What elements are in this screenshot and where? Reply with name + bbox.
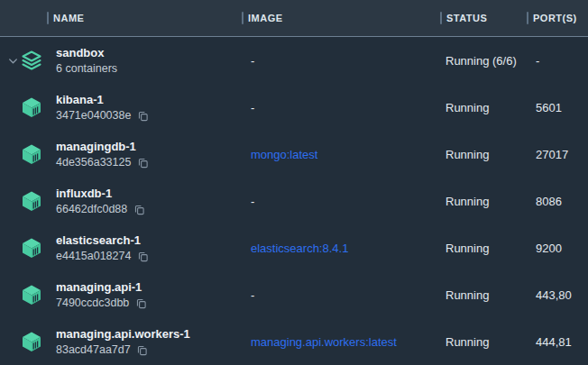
column-divider bbox=[527, 12, 528, 24]
image-cell: managing.api.workers:latest bbox=[240, 335, 438, 349]
containers-table: NAME IMAGE STATUS PORT(S) sandbox 6 cont… bbox=[0, 0, 588, 365]
column-header-name-label: NAME bbox=[53, 13, 84, 23]
image-cell: - bbox=[240, 101, 438, 114]
ports-cell: 444,81 bbox=[527, 335, 588, 349]
copy-icon[interactable] bbox=[136, 343, 149, 356]
image-empty-dash: - bbox=[251, 101, 254, 114]
column-header-status-label: STATUS bbox=[446, 13, 487, 23]
image-cell: - bbox=[240, 54, 438, 68]
status-cell: Running bbox=[438, 195, 527, 208]
status-text: Running bbox=[446, 242, 489, 255]
image-cell: - bbox=[240, 195, 438, 208]
status-text: Running (6/6) bbox=[446, 54, 517, 68]
ports-text: 444,81 bbox=[536, 335, 572, 349]
stack-name: sandbox bbox=[56, 45, 117, 61]
status-text: Running bbox=[446, 101, 489, 114]
expander-spacer bbox=[5, 287, 20, 302]
image-empty-dash: - bbox=[251, 54, 254, 68]
container-cube-icon bbox=[20, 283, 43, 306]
name-cell: sandbox 6 containers bbox=[0, 45, 240, 77]
image-cell: elasticsearch:8.4.1 bbox=[240, 242, 438, 255]
column-header-image-label: IMAGE bbox=[248, 13, 283, 23]
name-cell: kibana-1 3471e040038e bbox=[0, 92, 240, 123]
container-id: 66462dfc0d88 bbox=[56, 202, 127, 217]
table-row-managing-api-workers[interactable]: managing.api.workers-1 83acd47aa7d7 mana… bbox=[0, 318, 588, 365]
expander-spacer bbox=[5, 194, 20, 208]
ports-cell: 8086 bbox=[527, 195, 588, 208]
copy-icon[interactable] bbox=[136, 250, 149, 262]
container-name: kibana-1 bbox=[56, 92, 149, 108]
container-cube-icon bbox=[20, 142, 43, 166]
copy-icon[interactable] bbox=[133, 203, 145, 215]
expander-spacer bbox=[5, 241, 20, 255]
status-text: Running bbox=[446, 195, 489, 208]
name-cell: elasticsearch-1 e4415a018274 bbox=[0, 233, 240, 264]
container-name: managing.api-1 bbox=[56, 279, 147, 296]
table-header: NAME IMAGE STATUS PORT(S) bbox=[0, 0, 588, 37]
status-cell: Running bbox=[438, 101, 527, 114]
ports-cell: - bbox=[527, 54, 588, 68]
status-cell: Running bbox=[438, 242, 527, 255]
compose-stack-icon bbox=[20, 49, 43, 72]
stack-container-count: 6 containers bbox=[56, 61, 117, 77]
container-cube-icon bbox=[20, 96, 43, 119]
image-empty-dash: - bbox=[251, 288, 254, 302]
container-cube-icon bbox=[20, 236, 43, 260]
image-cell: - bbox=[240, 288, 438, 302]
container-name: managingdb-1 bbox=[56, 139, 149, 155]
ports-cell: 9200 bbox=[527, 242, 588, 255]
column-header-ports-label: PORT(S) bbox=[533, 13, 577, 23]
ports-text: 443,80 bbox=[536, 288, 572, 302]
copy-icon[interactable] bbox=[136, 109, 149, 122]
copy-icon[interactable] bbox=[136, 156, 149, 169]
container-id: 7490ccdc3dbb bbox=[56, 296, 129, 311]
ports-cell: 443,80 bbox=[527, 288, 588, 302]
column-divider bbox=[242, 12, 243, 24]
table-row-sandbox[interactable]: sandbox 6 containers - Running (6/6) - bbox=[0, 37, 588, 84]
container-id: 83acd47aa7d7 bbox=[56, 342, 131, 358]
status-cell: Running bbox=[438, 148, 527, 161]
ports-cell: 5601 bbox=[527, 101, 588, 114]
ports-text: 8086 bbox=[536, 195, 562, 208]
image-link[interactable]: elasticsearch:8.4.1 bbox=[251, 242, 348, 255]
table-row-elasticsearch[interactable]: elasticsearch-1 e4415a018274 elasticsear… bbox=[0, 224, 588, 271]
name-cell: influxdb-1 66462dfc0d88 bbox=[0, 186, 240, 217]
copy-icon[interactable] bbox=[134, 297, 147, 309]
column-divider bbox=[47, 12, 49, 24]
ports-text: 9200 bbox=[536, 242, 562, 255]
column-header-name[interactable]: NAME bbox=[0, 12, 240, 24]
column-divider bbox=[440, 12, 442, 24]
table-row-managing-api[interactable]: managing.api-1 7490ccdc3dbb - Running 44… bbox=[0, 271, 588, 318]
status-text: Running bbox=[446, 148, 489, 161]
container-name: elasticsearch-1 bbox=[56, 233, 149, 249]
status-cell: Running (6/6) bbox=[438, 54, 527, 68]
status-text: Running bbox=[446, 288, 489, 302]
expander-spacer bbox=[5, 100, 20, 114]
container-id: e4415a018274 bbox=[56, 249, 131, 264]
chevron-down-icon[interactable] bbox=[5, 53, 20, 68]
container-cube-icon bbox=[20, 189, 43, 213]
image-cell: mongo:latest bbox=[240, 148, 438, 161]
table-row-managingdb[interactable]: managingdb-1 4de356a33125 mongo:latest R… bbox=[0, 131, 588, 178]
expander-spacer bbox=[5, 147, 20, 161]
table-row-influxdb[interactable]: influxdb-1 66462dfc0d88 - Running 8086 bbox=[0, 178, 588, 224]
name-cell: managing.api-1 7490ccdc3dbb bbox=[0, 279, 240, 311]
container-cube-icon bbox=[20, 330, 43, 353]
ports-text: - bbox=[536, 54, 539, 68]
ports-text: 5601 bbox=[536, 101, 562, 114]
container-name: influxdb-1 bbox=[56, 186, 145, 202]
container-id: 4de356a33125 bbox=[56, 155, 131, 170]
table-row-kibana[interactable]: kibana-1 3471e040038e - Running 5601 bbox=[0, 84, 588, 131]
column-header-status[interactable]: STATUS bbox=[438, 12, 527, 24]
status-cell: Running bbox=[438, 288, 527, 302]
ports-text: 27017 bbox=[536, 148, 568, 161]
column-header-ports[interactable]: PORT(S) bbox=[527, 12, 588, 24]
expander-spacer bbox=[5, 334, 20, 349]
name-cell: managing.api.workers-1 83acd47aa7d7 bbox=[0, 326, 240, 358]
status-cell: Running bbox=[438, 335, 527, 349]
image-link[interactable]: mongo:latest bbox=[251, 148, 317, 161]
column-header-image[interactable]: IMAGE bbox=[240, 12, 438, 24]
status-text: Running bbox=[446, 335, 489, 349]
image-link[interactable]: managing.api.workers:latest bbox=[251, 335, 397, 349]
image-empty-dash: - bbox=[251, 195, 254, 208]
